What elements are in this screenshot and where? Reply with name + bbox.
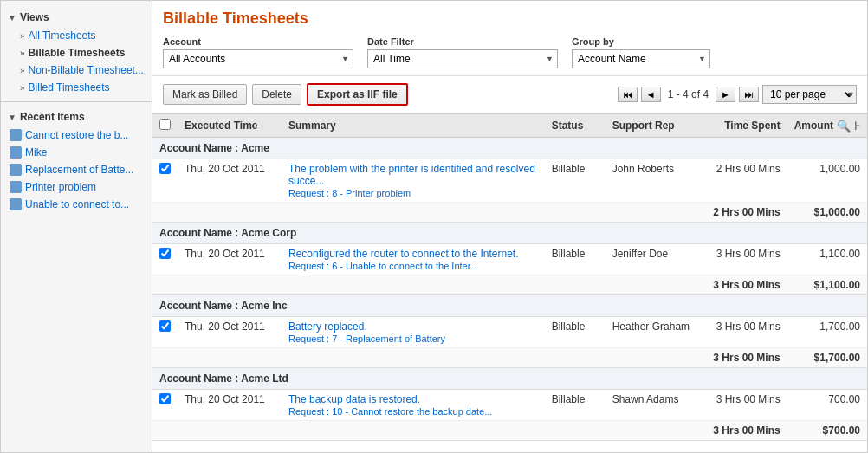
th-support-rep: Support Rep	[606, 114, 701, 138]
per-page-wrapper: 10 per page	[762, 85, 857, 104]
prev-page-button[interactable]: ◄	[641, 87, 661, 102]
summary-link[interactable]: Reconfigured the router to connect to th…	[288, 248, 519, 260]
select-all-checkbox[interactable]	[159, 119, 171, 130]
recent-item-3[interactable]: Printer problem	[1, 178, 152, 196]
time-spent-cell: 2 Hrs 00 Mins	[701, 159, 787, 203]
subtotal-row: 3 Hrs 00 Mins $1,100.00	[152, 275, 867, 295]
per-page-select[interactable]: 10 per page	[762, 85, 857, 104]
th-time-spent: Time Spent	[701, 114, 787, 138]
status-cell: Billable	[545, 390, 606, 421]
executed-time-cell: Thu, 20 Oct 2011	[178, 390, 282, 421]
amount-cell: 700.00	[787, 390, 867, 421]
views-chevron-icon: ▼	[8, 13, 16, 23]
delete-button[interactable]: Delete	[252, 84, 301, 105]
status-cell: Billable	[545, 159, 606, 203]
ticket-icon	[10, 198, 22, 210]
main-content: Billable Timesheets Account All Accounts…	[152, 1, 867, 452]
ticket-icon	[10, 146, 22, 159]
views-header[interactable]: ▼ Views	[1, 8, 152, 27]
grid-icon[interactable]: ⊦	[854, 120, 860, 133]
summary-cell: The backup data is restored. Request : 1…	[282, 390, 545, 421]
subtotal-row: 2 Hrs 00 Mins $1,000.00	[152, 203, 867, 223]
group-select[interactable]: Account Name	[572, 49, 710, 68]
executed-time-cell: Thu, 20 Oct 2011	[178, 244, 282, 275]
rep-cell: Jeniffer Doe	[606, 244, 701, 275]
subtotal-time: 3 Hrs 00 Mins	[701, 275, 787, 295]
row-checkbox[interactable]	[159, 320, 171, 332]
arrow-icon: »	[20, 31, 25, 41]
subtotal-amount: $1,700.00	[787, 348, 867, 368]
row-checkbox[interactable]	[159, 393, 171, 404]
sub-link[interactable]: Request : 6 - Unable to connect to the I…	[288, 261, 478, 271]
row-checkbox[interactable]	[159, 248, 171, 259]
amount-cell: 1,700.00	[787, 317, 867, 348]
arrow-icon: »	[20, 66, 25, 75]
recent-item-2[interactable]: Replacement of Batte...	[1, 161, 152, 178]
date-select[interactable]: All Time	[367, 49, 558, 68]
page-info: 1 - 4 of 4	[668, 88, 709, 100]
recent-item-1[interactable]: Mike	[1, 144, 152, 161]
export-iif-button[interactable]: Export as IIF file	[307, 83, 408, 106]
account-select[interactable]: All Accounts	[163, 49, 353, 68]
sidebar-item-non-billable-timesheets[interactable]: » Non-Billable Timesheet...	[1, 61, 152, 79]
group-label: Account Name : Acme Corp	[152, 223, 867, 244]
sidebar-item-billable-timesheets[interactable]: » Billable Timesheets	[1, 44, 152, 61]
sub-link[interactable]: Request : 10 - Cannot restore the backup…	[288, 406, 492, 417]
time-spent-cell: 3 Hrs 00 Mins	[701, 390, 787, 421]
time-spent-cell: 3 Hrs 00 Mins	[701, 244, 787, 275]
status-cell: Billable	[545, 317, 606, 348]
subtotal-row: 3 Hrs 00 Mins $1,700.00	[152, 348, 867, 368]
group-select-wrapper: Account Name	[572, 49, 710, 68]
amount-cell: 1,000.00	[787, 159, 867, 203]
group-row: Account Name : Acme Ltd	[152, 368, 867, 390]
ticket-icon	[10, 181, 22, 193]
table-wrapper: Executed Time Summary Status Support Rep…	[152, 113, 867, 452]
executed-time-cell: Thu, 20 Oct 2011	[178, 317, 282, 348]
row-checkbox-cell	[152, 317, 178, 348]
filter-row: Account All Accounts Date Filter All Tim…	[163, 36, 857, 68]
next-page-button[interactable]: ►	[716, 87, 735, 102]
group-row: Account Name : Acme Inc	[152, 295, 867, 317]
subtotal-time: 3 Hrs 00 Mins	[701, 348, 787, 368]
status-cell: Billable	[545, 244, 606, 275]
toolbar: Mark as Billed Delete Export as IIF file…	[152, 76, 867, 113]
th-summary: Summary	[282, 114, 545, 138]
recent-item-0[interactable]: Cannot restore the b...	[1, 126, 152, 144]
mark-as-billed-button[interactable]: Mark as Billed	[163, 84, 247, 105]
account-select-wrapper: All Accounts	[163, 49, 353, 68]
th-amount: Amount 🔍 ⊦	[787, 114, 867, 138]
search-icon[interactable]: 🔍	[837, 120, 851, 133]
sidebar-item-billed-timesheets[interactable]: » Billed Timesheets	[1, 79, 152, 96]
subtotal-amount: $700.00	[787, 421, 867, 441]
summary-link[interactable]: The problem with the printer is identifi…	[288, 163, 535, 187]
page-title: Billable Timesheets	[163, 10, 857, 28]
account-label: Account	[163, 36, 353, 47]
subtotal-amount: $1,100.00	[787, 275, 867, 295]
last-page-button[interactable]: ⏭	[739, 87, 759, 102]
row-checkbox[interactable]	[159, 163, 171, 174]
time-spent-cell: 3 Hrs 00 Mins	[701, 317, 787, 348]
arrow-icon: »	[20, 83, 25, 93]
th-executed-time: Executed Time	[178, 114, 282, 138]
recent-item-4[interactable]: Unable to connect to...	[1, 196, 152, 213]
sidebar-item-all-timesheets[interactable]: » All Timesheets	[1, 27, 152, 44]
subtotal-amount: $1,000.00	[787, 203, 867, 223]
date-label: Date Filter	[367, 36, 558, 47]
th-checkbox	[152, 114, 178, 138]
ticket-icon	[10, 164, 22, 176]
sub-link[interactable]: Request : 8 - Printer problem	[288, 188, 411, 198]
recent-header[interactable]: ▼ Recent Items	[1, 107, 152, 126]
first-page-button[interactable]: ⏮	[618, 87, 638, 102]
summary-link[interactable]: The backup data is restored.	[288, 393, 420, 405]
rep-cell: Heather Graham	[606, 317, 701, 348]
recent-chevron-icon: ▼	[8, 113, 16, 122]
sub-link[interactable]: Request : 7 - Replacement of Battery	[288, 333, 445, 344]
group-row: Account Name : Acme Corp	[152, 223, 867, 244]
executed-time-cell: Thu, 20 Oct 2011	[178, 159, 282, 203]
summary-link[interactable]: Battery replaced.	[288, 320, 367, 333]
recent-section: ▼ Recent Items Cannot restore the b... M…	[1, 107, 152, 213]
group-row: Account Name : Acme	[152, 138, 867, 159]
group-filter-group: Group by Account Name	[572, 36, 710, 68]
views-section: ▼ Views » All Timesheets » Billable Time…	[1, 8, 152, 96]
subtotal-spacer	[152, 421, 701, 441]
